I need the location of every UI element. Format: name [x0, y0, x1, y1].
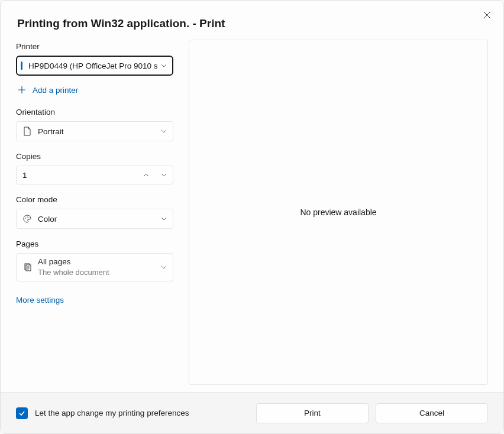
copies-value: 1	[17, 171, 137, 180]
preview-next-button[interactable]	[334, 30, 343, 31]
copies-decrement[interactable]	[155, 166, 173, 184]
copies-spinner[interactable]: 1	[16, 166, 173, 184]
printer-section: Printer HP9D0449 (HP OfficeJet Pro 9010 …	[16, 42, 173, 97]
close-icon	[483, 11, 491, 19]
color-mode-label: Color mode	[16, 195, 173, 204]
preview-prev-button[interactable]	[277, 30, 286, 31]
print-button[interactable]: Print	[256, 403, 369, 423]
svg-point-0	[25, 218, 26, 219]
preview-fit-button[interactable]	[390, 30, 400, 31]
pages-dropdown[interactable]: All pages The whole document	[16, 253, 173, 281]
pages-selected-title: All pages	[38, 257, 157, 267]
pages-label: Pages	[16, 239, 173, 248]
add-printer-link[interactable]: Add a printer	[16, 83, 173, 97]
dialog-title: Printing from Win32 application. - Print	[17, 17, 487, 30]
color-mode-dropdown[interactable]: Color	[16, 209, 173, 229]
chevron-down-icon	[161, 128, 167, 134]
printer-label: Printer	[16, 42, 173, 51]
printer-selected-value: HP9D0449 (HP OfficeJet Pro 9010 se	[28, 61, 157, 70]
svg-point-2	[28, 218, 30, 219]
chevron-down-icon	[161, 264, 167, 270]
copies-increment[interactable]	[137, 166, 155, 184]
preview-area: No preview available	[189, 42, 488, 385]
preferences-checkbox-row: Let the app change my printing preferenc…	[16, 407, 249, 419]
preview-box: No preview available	[189, 40, 488, 385]
color-mode-section: Color mode Color	[16, 195, 173, 229]
close-button[interactable]	[479, 7, 495, 23]
checkmark-icon	[18, 410, 25, 417]
chevron-down-icon	[161, 216, 167, 222]
color-mode-selected-value: Color	[38, 215, 157, 224]
plus-icon	[17, 85, 27, 95]
orientation-label: Orientation	[16, 108, 173, 116]
settings-sidebar: Printer HP9D0449 (HP OfficeJet Pro 9010 …	[16, 42, 173, 385]
pages-selected-subtitle: The whole document	[38, 267, 157, 278]
preferences-checkbox-label: Let the app change my printing preferenc…	[35, 409, 189, 417]
preferences-checkbox[interactable]	[16, 407, 28, 419]
pages-section: Pages All pages The whole document	[16, 239, 173, 281]
main-content: Printer HP9D0449 (HP OfficeJet Pro 9010 …	[1, 30, 503, 392]
portrait-icon	[22, 127, 32, 136]
cancel-button[interactable]: Cancel	[376, 403, 488, 423]
printer-dropdown[interactable]: HP9D0449 (HP OfficeJet Pro 9010 se	[16, 56, 173, 76]
print-dialog: Printing from Win32 application. - Print…	[0, 0, 504, 434]
more-settings-link[interactable]: More settings	[16, 294, 173, 306]
dialog-footer: Let the app change my printing preferenc…	[1, 392, 503, 433]
svg-point-1	[27, 216, 28, 218]
add-printer-label: Add a printer	[33, 86, 78, 95]
orientation-section: Orientation Portrait	[16, 108, 173, 141]
orientation-selected-value: Portrait	[38, 127, 157, 136]
chevron-down-icon	[161, 63, 167, 69]
preview-nav	[189, 30, 488, 35]
dialog-header: Printing from Win32 application. - Print	[1, 1, 503, 30]
chevron-down-icon	[161, 172, 167, 178]
no-preview-text: No preview available	[300, 208, 376, 217]
copies-section: Copies 1	[16, 152, 173, 184]
palette-icon	[22, 214, 32, 224]
orientation-dropdown[interactable]: Portrait	[16, 121, 173, 141]
pages-icon	[22, 263, 32, 272]
chevron-up-icon	[143, 172, 149, 178]
copies-label: Copies	[16, 152, 173, 161]
